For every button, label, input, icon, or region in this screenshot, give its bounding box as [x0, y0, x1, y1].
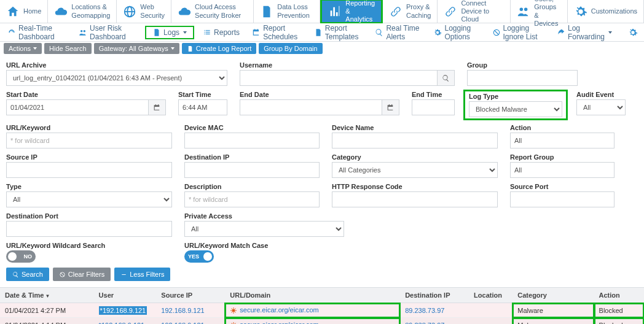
description-input[interactable]: [184, 191, 320, 207]
col-url-domain[interactable]: URL/Domain: [225, 288, 400, 303]
http-response-input[interactable]: [332, 191, 498, 207]
topnav-locations-geomapping[interactable]: Locations &Geomapping: [48, 0, 117, 23]
destination-ip-input[interactable]: [184, 162, 320, 178]
col-user[interactable]: User: [94, 288, 157, 303]
hide-search-button[interactable]: Hide Search: [44, 43, 92, 54]
wildcard-search-label: URL/Keyword Wildcard Search: [6, 242, 172, 249]
ip-link[interactable]: 89.238.73.97: [405, 322, 444, 324]
report-group-input[interactable]: [510, 162, 615, 178]
log-type-label: Log Type: [469, 93, 562, 100]
user-link[interactable]: *192.168.9.121: [99, 306, 147, 315]
template-icon: [314, 28, 323, 37]
topnav-label: Cloud Access Security Broker: [195, 3, 247, 19]
username-search-button[interactable]: [438, 70, 455, 86]
action-input[interactable]: [510, 133, 615, 148]
cell-url: secure.eicar.org/eicar.com: [225, 303, 400, 318]
search-icon: [442, 74, 450, 82]
private-access-select[interactable]: All: [184, 221, 344, 237]
url-archive-select[interactable]: url_log_entry_01042021 (01/04/2021 6:43 …: [6, 70, 227, 86]
alert-icon: [375, 28, 383, 37]
ip-link[interactable]: 192.168.9.121: [161, 322, 204, 324]
calendar-icon: [153, 104, 161, 112]
subnav-logging-options[interactable]: Logging Options: [430, 23, 483, 42]
ip-link[interactable]: 192.168.9.121: [161, 307, 204, 314]
home-icon: [6, 5, 20, 18]
doc-icon: [187, 45, 194, 52]
cell-dest-ip: 89.238.73.97: [400, 318, 469, 324]
device-mac-input[interactable]: [184, 133, 320, 148]
table-row[interactable]: 01/04/2021 4:27 PM*192.168.9.121192.168.…: [0, 303, 644, 318]
gauge-icon: [7, 28, 16, 37]
type-select[interactable]: All: [6, 191, 172, 207]
users-icon: [517, 5, 530, 18]
url-link[interactable]: secure.eicar.org/eicar.com: [240, 306, 318, 314]
source-port-input[interactable]: [510, 191, 615, 207]
clear-filters-button[interactable]: Clear Filters: [53, 268, 111, 281]
subnav-log-forwarding[interactable]: Log Forwarding: [553, 23, 616, 42]
topnav-home[interactable]: Home: [0, 0, 48, 23]
search-button[interactable]: Search: [6, 268, 49, 281]
table-row[interactable]: 01/04/2021 4:14 PM*192.168.9.121192.168.…: [0, 318, 644, 324]
audit-event-select[interactable]: All: [576, 99, 626, 115]
subnav-logging-ignore-list[interactable]: Logging Ignore List: [489, 23, 548, 42]
log-type-select[interactable]: Blocked Malware: [469, 101, 562, 117]
ban-icon: [59, 271, 66, 278]
topnav-cloud-access-security-broker[interactable]: Cloud Access Security Broker: [171, 0, 254, 23]
options-icon: [433, 28, 442, 37]
username-input[interactable]: [240, 70, 438, 86]
topnav-label: Home: [23, 7, 41, 15]
topnav-label: Reporting &Analytics: [345, 0, 375, 23]
filter-form: URL Archive url_log_entry_01042021 (01/0…: [0, 58, 644, 287]
ip-link[interactable]: 89.238.73.97: [405, 307, 444, 314]
subnav-real-time-alerts[interactable]: Real Time Alerts: [371, 23, 425, 42]
group-by-domain-button[interactable]: Group By Domain: [259, 43, 322, 54]
subnav-report-schedules[interactable]: Report Schedules: [248, 23, 305, 42]
caret-down-icon: [33, 47, 37, 50]
create-log-report-button[interactable]: Create Log Report: [182, 43, 257, 54]
end-time-input[interactable]: [412, 99, 455, 115]
topnav-connect-device-to-cloud[interactable]: Connect Device to Cloud: [438, 0, 511, 23]
start-time-input[interactable]: [178, 99, 227, 115]
subnav-logs[interactable]: Logs: [145, 26, 194, 39]
audit-event-label: Audit Event: [576, 91, 626, 98]
device-name-input[interactable]: [332, 133, 498, 148]
col-destination-ip[interactable]: Destination IP: [400, 288, 469, 303]
col-action[interactable]: Action: [594, 288, 644, 303]
start-date-picker[interactable]: [149, 99, 166, 115]
destination-port-input[interactable]: [6, 221, 172, 237]
action-label: Action: [510, 124, 615, 131]
user-link[interactable]: *192.168.9.121: [99, 322, 145, 324]
topnav-users-groups-devices[interactable]: Users, Groups &Devices: [511, 0, 568, 23]
subnav-reports[interactable]: Reports: [199, 27, 243, 38]
subnav-report-templates[interactable]: Report Templates: [310, 23, 367, 42]
category-select[interactable]: All Categories: [332, 162, 498, 178]
col-category[interactable]: Category: [512, 288, 594, 303]
url-keyword-input[interactable]: [6, 133, 172, 148]
destination-ip-label: Destination IP: [184, 153, 320, 161]
topnav-reporting-analytics[interactable]: Reporting &Analytics: [320, 0, 383, 23]
subnav-real-time-dashboard[interactable]: Real-Time Dashboard: [4, 23, 70, 42]
sub-nav: Real-Time DashboardUser Risk DashboardLo…: [0, 23, 644, 42]
settings-gear-icon[interactable]: [626, 28, 640, 37]
subnav-label: Real-Time Dashboard: [18, 24, 66, 41]
subnav-label: Logging Ignore List: [503, 24, 544, 41]
group-input[interactable]: [467, 70, 578, 86]
col-source-ip[interactable]: Source IP: [156, 288, 225, 303]
actions-menu[interactable]: Actions: [4, 43, 42, 54]
url-link[interactable]: secure.eicar.org/eicar.com: [240, 321, 318, 324]
subnav-user-risk-dashboard[interactable]: User Risk Dashboard: [75, 23, 140, 42]
topnav-proxy-caching[interactable]: Proxy &Caching: [383, 0, 438, 23]
start-date-input[interactable]: [6, 99, 149, 115]
col-date-time[interactable]: Date & Time▼: [0, 288, 94, 303]
wildcard-search-toggle[interactable]: NO: [6, 250, 36, 263]
topnav-web-security[interactable]: Web Security: [117, 0, 171, 23]
less-filters-button[interactable]: Less Filters: [114, 268, 170, 281]
topnav-customizations[interactable]: Customizations: [568, 0, 644, 23]
col-location[interactable]: Location: [469, 288, 512, 303]
match-case-toggle[interactable]: YES: [184, 250, 214, 263]
gateway-selector[interactable]: Gateway: All Gateways: [94, 43, 179, 54]
end-date-input[interactable]: [240, 99, 382, 115]
topnav-data-loss-prevention[interactable]: Data Loss Prevention: [254, 0, 320, 23]
end-date-picker[interactable]: [382, 99, 399, 115]
source-ip-input[interactable]: [6, 162, 172, 178]
